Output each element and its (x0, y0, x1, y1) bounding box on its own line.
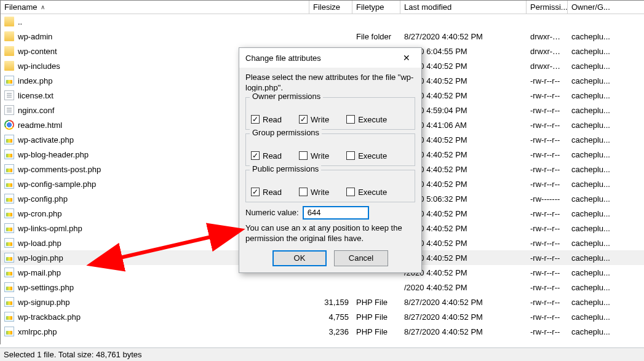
close-button[interactable]: ✕ (398, 52, 415, 64)
group-permissions-group: Group permissions ✓Read Write Execute (245, 133, 415, 166)
public-read-checkbox[interactable]: ✓Read (251, 188, 282, 197)
file-owner: cacheplu... (568, 121, 642, 130)
file-permissions: -rw-r--r-- (527, 268, 568, 277)
file-owner: cacheplu... (568, 76, 642, 85)
file-name: wp-cron.php (18, 209, 62, 218)
file-modified: 8/27/2020 4:40:52 PM (400, 312, 527, 322)
file-row[interactable]: wp-settings.php/2020 4:40:52 PM-rw-r--r-… (1, 280, 644, 295)
owner-read-checkbox[interactable]: ✓Read (251, 115, 282, 124)
file-size: 3,236 (309, 327, 352, 336)
checkbox-icon: ✓ (251, 151, 260, 160)
file-permissions: -rw-r--r-- (527, 91, 568, 100)
file-row[interactable]: .. (1, 14, 644, 29)
file-modified: 8/27/2020 4:40:52 PM (400, 298, 527, 307)
file-type: PHP File (352, 298, 400, 307)
file-name: .. (18, 17, 22, 26)
file-owner: cacheplu... (568, 61, 642, 71)
file-name: wp-config-sample.php (18, 180, 96, 189)
file-owner: cacheplu... (568, 268, 642, 277)
col-filesize-label: Filesize (313, 2, 340, 12)
file-name: wp-blog-header.php (18, 150, 89, 159)
file-owner: cacheplu... (568, 150, 642, 159)
group-execute-checkbox[interactable]: Execute (346, 151, 387, 161)
file-row[interactable]: wp-adminFile folder8/27/2020 4:40:52 PMd… (1, 29, 644, 44)
group-read-checkbox[interactable]: ✓Read (251, 151, 282, 161)
file-name: wp-trackback.php (18, 312, 81, 322)
file-permissions: -rw-r--r-- (527, 239, 568, 248)
col-modified[interactable]: Last modified (400, 1, 527, 14)
checkbox-icon (346, 188, 355, 196)
close-icon: ✕ (403, 53, 410, 63)
file-row[interactable]: xmlrpc.php3,236PHP File8/27/2020 4:40:52… (1, 324, 644, 339)
col-permissions[interactable]: Permissi... (527, 1, 568, 14)
dialog-body: Please select the new attributes for the… (239, 68, 421, 272)
file-permissions: -rw-r--r-- (527, 121, 568, 130)
file-name: wp-admin (18, 32, 52, 41)
php-icon (4, 208, 14, 218)
file-name: xmlrpc.php (18, 327, 57, 336)
col-filename-label: Filename (4, 2, 37, 12)
file-name: wp-comments-post.php (18, 165, 101, 174)
numeric-value-input[interactable] (303, 206, 369, 220)
file-owner: cacheplu... (568, 194, 642, 204)
php-icon (4, 238, 14, 248)
file-owner: cacheplu... (568, 106, 642, 115)
file-name: wp-activate.php (18, 135, 74, 145)
col-owner[interactable]: Owner/G... (568, 1, 642, 14)
owner-legend: Owner permissions (250, 92, 323, 101)
file-permissions: -rw-r--r-- (527, 180, 568, 189)
file-modified: 8/27/2020 4:40:52 PM (400, 32, 527, 41)
col-modified-label: Last modified (404, 2, 451, 12)
checkbox-icon (346, 151, 355, 160)
file-owner: cacheplu... (568, 180, 642, 189)
file-row[interactable]: wp-trackback.php4,755PHP File8/27/2020 4… (1, 309, 644, 324)
php-icon (4, 253, 14, 263)
file-type: PHP File (352, 327, 400, 336)
file-owner: cacheplu... (568, 283, 642, 292)
file-permissions: -rw-r--r-- (527, 253, 568, 263)
file-permissions: -rw-r--r-- (527, 165, 568, 174)
dialog-titlebar[interactable]: Change file attributes ✕ (239, 48, 421, 68)
file-owner: cacheplu... (568, 165, 642, 174)
col-permissions-label: Permissi... (530, 2, 568, 12)
file-name: wp-login.php (18, 253, 63, 263)
folder-icon (4, 46, 14, 56)
file-name: wp-links-opml.php (18, 224, 82, 233)
file-name: wp-settings.php (18, 283, 74, 292)
file-owner: cacheplu... (568, 135, 642, 145)
file-name: wp-config.php (18, 194, 68, 204)
file-size: 4,755 (309, 312, 352, 322)
file-permissions: -rw-r--r-- (527, 150, 568, 159)
file-owner: cacheplu... (568, 253, 642, 263)
file-name: wp-signup.php (18, 298, 70, 307)
file-owner: cacheplu... (568, 209, 642, 218)
dialog-intro: Please select the new attributes for the… (245, 73, 415, 93)
public-execute-checkbox[interactable]: Execute (346, 188, 387, 197)
ok-button[interactable]: OK (272, 250, 327, 266)
file-owner: cacheplu... (568, 91, 642, 100)
php-icon (4, 164, 14, 174)
col-filesize[interactable]: Filesize (309, 1, 352, 14)
file-modified: 8/27/2020 4:40:52 PM (400, 327, 527, 336)
file-permissions: -rw-r--r-- (527, 135, 568, 145)
file-name: license.txt (18, 91, 54, 100)
php-icon (4, 297, 14, 307)
file-permissions: -rw------- (527, 194, 568, 204)
cancel-button[interactable]: Cancel (334, 250, 388, 266)
dialog-buttons: OK Cancel (245, 250, 415, 266)
php-icon (4, 327, 14, 336)
group-write-checkbox[interactable]: Write (299, 151, 329, 161)
status-text: Selected 1 file. Total size: 48,761 byte… (4, 350, 142, 359)
checkbox-icon: ✓ (251, 115, 260, 124)
public-write-checkbox[interactable]: Write (299, 188, 329, 197)
col-filetype[interactable]: Filetype (352, 1, 400, 14)
owner-execute-checkbox[interactable]: Execute (346, 115, 387, 124)
owner-write-checkbox[interactable]: ✓Write (299, 115, 329, 124)
file-row[interactable]: wp-signup.php31,159PHP File8/27/2020 4:4… (1, 295, 644, 309)
php-icon (4, 268, 14, 277)
file-owner: cacheplu... (568, 312, 642, 322)
col-filename[interactable]: Filename ∧ (1, 1, 309, 14)
file-modified: /2020 4:40:52 PM (400, 283, 527, 292)
file-type: File folder (352, 32, 400, 41)
col-filetype-label: Filetype (356, 2, 384, 12)
